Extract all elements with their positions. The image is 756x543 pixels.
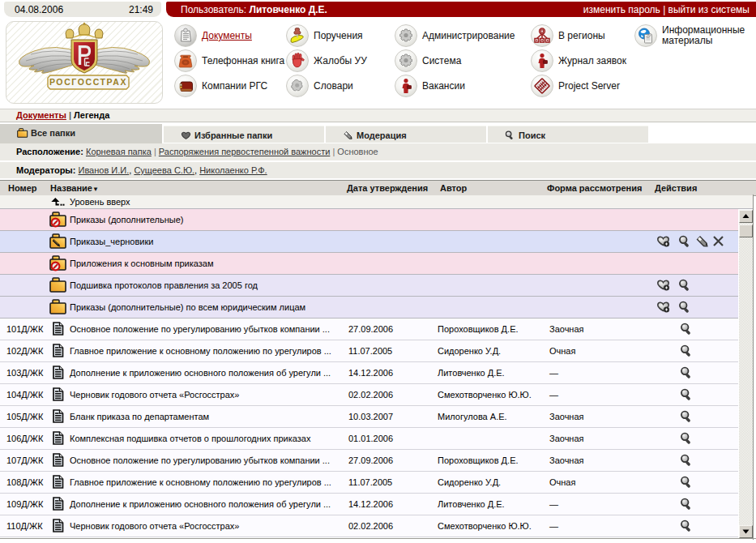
svg-text:РОСГОССТРАХ: РОСГОССТРАХ (49, 77, 127, 87)
